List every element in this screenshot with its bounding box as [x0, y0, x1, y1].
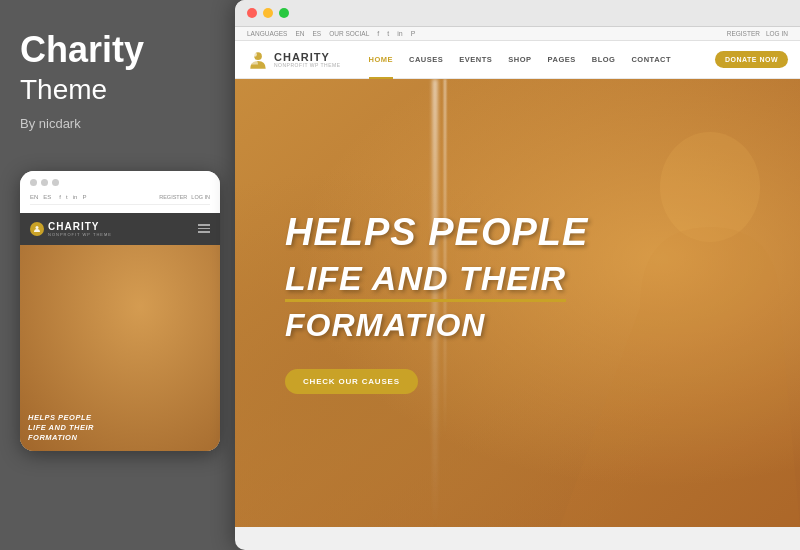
- mobile-social-bar: EN ES f t in P REGISTER LOG IN: [30, 194, 210, 205]
- svg-point-2: [253, 52, 257, 56]
- nav-item-home[interactable]: HOME: [361, 41, 402, 79]
- mobile-dot-1: [30, 179, 37, 186]
- login-link[interactable]: LOG IN: [766, 30, 788, 37]
- desktop-header-bar: LANGUAGES EN ES OUR SOCIAL f t in P REGI…: [235, 27, 800, 41]
- nav-item-pages[interactable]: PAGES: [540, 41, 584, 79]
- desktop-window-controls: [235, 0, 800, 27]
- nav-item-shop[interactable]: SHOP: [500, 41, 539, 79]
- mobile-dot-3: [52, 179, 59, 186]
- mobile-logo-icon: [30, 222, 44, 236]
- mobile-login-link[interactable]: LOG IN: [191, 194, 210, 200]
- mobile-fb-icon: f: [59, 194, 61, 200]
- hero-content: HELPS PEOPLE LIFE AND THEIR FORMATION CH…: [285, 212, 588, 394]
- desktop-logo: CHARITY NONPROFIT WP THEME: [247, 49, 341, 71]
- desktop-mockup: LANGUAGES EN ES OUR SOCIAL f t in P REGI…: [235, 0, 800, 550]
- nav-item-events[interactable]: EVENTS: [451, 41, 500, 79]
- lang-en[interactable]: EN: [295, 30, 304, 37]
- svg-point-0: [36, 226, 39, 229]
- mobile-register-link[interactable]: REGISTER: [159, 194, 187, 200]
- left-panel: Charity Theme By nicdark EN ES f t in P: [0, 0, 240, 550]
- hero-title-line1: HELPS PEOPLE: [285, 212, 588, 254]
- theme-title: Charity: [20, 30, 144, 70]
- register-link[interactable]: REGISTER: [727, 30, 760, 37]
- mobile-pi-icon: P: [82, 194, 86, 200]
- mobile-logo-sub: NONPROFIT WP THEME: [48, 232, 112, 237]
- fb-icon[interactable]: f: [377, 30, 379, 37]
- mobile-nav-header: CHARITY NONPROFIT WP THEME: [20, 213, 220, 245]
- hero-cta-button[interactable]: CHECK OUR CAUSES: [285, 369, 418, 394]
- logo-icon: [247, 49, 269, 71]
- theme-subtitle: Theme: [20, 74, 107, 106]
- hero-title-line2: LIFE AND THEIR: [285, 260, 588, 302]
- languages-label: LANGUAGES: [247, 30, 287, 37]
- mobile-lang-en: EN: [30, 194, 38, 200]
- hero-person-silhouette: [560, 107, 800, 527]
- mobile-hero: HELPS PEOPLELIFE AND THEIRFORMATION: [20, 245, 220, 451]
- svg-point-3: [660, 132, 760, 242]
- linkedin-icon[interactable]: in: [397, 30, 402, 37]
- mobile-lang-es: ES: [43, 194, 51, 200]
- theme-author: By nicdark: [20, 116, 81, 131]
- our-social-label: OUR SOCIAL: [329, 30, 369, 37]
- mobile-hero-text: HELPS PEOPLELIFE AND THEIRFORMATION: [28, 413, 94, 442]
- mobile-hamburger[interactable]: [198, 224, 210, 233]
- nav-item-causes[interactable]: CAUSES: [401, 41, 451, 79]
- desktop-logo-sub: NONPROFIT WP THEME: [274, 63, 341, 68]
- mobile-tw-icon: t: [66, 194, 68, 200]
- mobile-in-icon: in: [73, 194, 78, 200]
- close-dot[interactable]: [247, 8, 257, 18]
- minimize-dot[interactable]: [263, 8, 273, 18]
- donate-button[interactable]: DONATE NOW: [715, 51, 788, 68]
- desktop-nav-items: HOME CAUSES EVENTS SHOP PAGES BLOG CONTA…: [361, 41, 715, 79]
- pinterest-icon[interactable]: P: [411, 30, 416, 37]
- nav-item-contact[interactable]: CONTACT: [623, 41, 679, 79]
- desktop-nav: CHARITY NONPROFIT WP THEME HOME CAUSES E…: [235, 41, 800, 79]
- hero-title-line3: FORMATION: [285, 308, 588, 343]
- twitter-icon[interactable]: t: [387, 30, 389, 37]
- nav-item-blog[interactable]: BLOG: [584, 41, 624, 79]
- desktop-hero: HELPS PEOPLE LIFE AND THEIR FORMATION CH…: [235, 79, 800, 527]
- lang-es[interactable]: ES: [313, 30, 322, 37]
- maximize-dot[interactable]: [279, 8, 289, 18]
- mobile-logo-text: CHARITY: [48, 221, 112, 232]
- desktop-logo-text: CHARITY: [274, 52, 341, 63]
- mobile-mockup: EN ES f t in P REGISTER LOG IN: [20, 171, 220, 451]
- mobile-dot-2: [41, 179, 48, 186]
- hero-title-underlined: LIFE AND THEIR: [285, 260, 566, 302]
- mobile-logo: CHARITY NONPROFIT WP THEME: [30, 221, 112, 237]
